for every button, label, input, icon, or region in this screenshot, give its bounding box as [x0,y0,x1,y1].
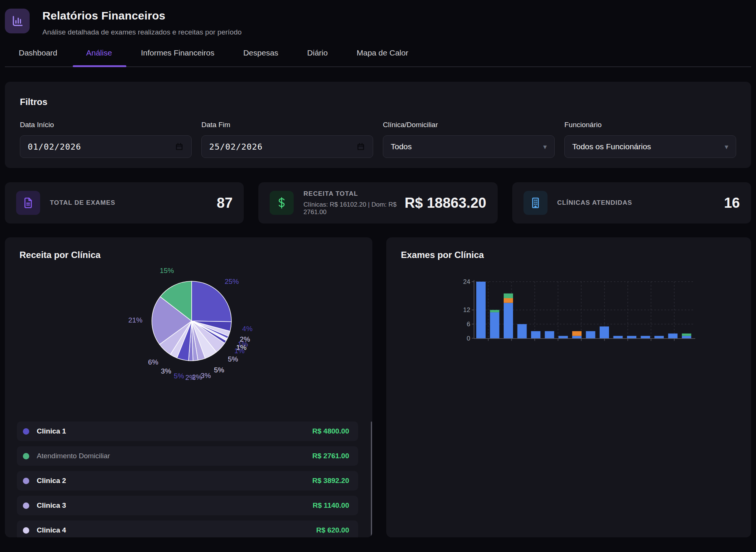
bar-2-exames-domiciliar[interactable] [504,294,513,298]
pie-slice-label: 15% [160,267,174,274]
legend-row-0: Clinica 1R$ 4800.00 [17,422,358,441]
legend-value: R$ 4800.00 [312,427,349,435]
calendar-icon[interactable] [356,142,365,151]
legend-color-dot [23,453,29,459]
stat-label: RECEITA TOTAL [303,190,399,198]
bar-9-exames-clinica[interactable] [600,327,609,339]
filter-label: Data Fim [201,121,373,129]
tab-di-rio[interactable]: Diário [307,48,328,66]
control-value: Todos os Funcionários [572,142,724,151]
pie-slice-label: 25% [225,278,239,285]
pie-slice-label: 2% [185,374,196,381]
stat-value: R$ 18863.20 [405,195,486,211]
legend-value: R$ 2761.00 [312,452,349,460]
stat-card-total-de-exames: TOTAL DE EXAMES87 [5,182,244,224]
bar-5-exames-clinica[interactable] [545,331,554,338]
tab-dashboard[interactable]: Dashboard [19,48,57,66]
filter-group-2: Clínica/DomiciliarTodos▾ [383,121,555,158]
filter-group-0: Data Início01/02/2026 [20,121,192,158]
legend-color-dot [23,478,29,484]
y-axis-label: 24 [463,278,470,285]
legend-name: Clinica 2 [37,477,312,485]
filter-label: Data Início [20,121,192,129]
stat-value: 87 [217,195,232,211]
stat-card-receita-total: RECEITA TOTALClínicas: R$ 16102.20 | Dom… [258,182,497,224]
tab-mapa-de-calor[interactable]: Mapa de Calor [357,48,408,66]
page: Relatórios Financeiros Análise detalhada… [0,0,756,537]
bar-chart-title: Exames por Clínica [386,237,751,260]
tab-an-lise[interactable]: Análise [86,48,112,66]
legend-color-dot [23,502,29,509]
bar-1-exames-clinica[interactable] [490,312,500,338]
stat-text: TOTAL DE EXAMES [50,199,211,207]
date-input-0[interactable]: 01/02/2026 [20,135,192,158]
bar-15-exames-domiciliar[interactable] [682,333,691,336]
legend-row-1: Atendimento DomiciliarR$ 2761.00 [17,446,358,466]
select-3[interactable]: Todos os Funcionários▾ [564,135,736,158]
bar-4-exames-clinica[interactable] [531,331,540,338]
revenue-pie-chart: 25%4%2%1%1%1%5%5%3%2%2%5%3%6%21%15% [5,237,372,421]
stats-row: TOTAL DE EXAMES87RECEITA TOTALClínicas: … [5,182,751,224]
charts-row: Receita por Clínica 25%4%2%1%1%1%5%5%3%2… [5,237,751,537]
filters-grid: Data Início01/02/2026Data Fim25/02/2026C… [20,121,736,158]
bar-10-exames-clinica[interactable] [614,336,623,338]
bar-3-exames-clinica[interactable] [518,324,527,338]
bar-7-exames-clinica[interactable] [572,336,582,338]
page-subtitle: Análise detalhada de exames realizados e… [42,28,242,36]
control-value: Todos [391,142,543,151]
exams-bar-chart: 061224 [386,237,751,395]
legend-name: Clinica 4 [37,526,316,534]
pie-slice-label: 1% [234,347,245,355]
bar-2-exames-extra[interactable] [504,298,513,303]
stat-sub: Clínicas: R$ 16102.20 | Dom: R$ 2761.00 [303,201,399,216]
bar-chart-icon [5,9,30,33]
bar-7-exames-extra[interactable] [572,331,582,336]
filter-group-1: Data Fim25/02/2026 [201,121,373,158]
tab-informes-financeiros[interactable]: Informes Financeiros [141,48,214,66]
pie-slice-label: 21% [128,316,142,324]
legend-name: Clinica 3 [37,501,313,510]
dollar-icon [270,191,294,215]
filters-title: Filtros [20,97,736,107]
legend-color-dot [23,428,29,435]
pie-slice-label: 3% [161,367,171,375]
bar-2-exames-clinica[interactable] [504,303,513,338]
filter-group-3: FuncionárioTodos os Funcionários▾ [564,121,736,158]
document-icon [16,191,40,215]
bar-12-exames-clinica[interactable] [641,336,650,338]
calendar-icon[interactable] [175,142,184,151]
bar-6-exames-clinica[interactable] [558,336,568,338]
pie-chart-title: Receita por Clínica [5,237,372,260]
stat-text: CLÍNICAS ATENDIDAS [557,199,718,207]
stat-label: CLÍNICAS ATENDIDAS [557,199,718,207]
bar-13-exames-clinica[interactable] [654,336,664,338]
legend-value: R$ 1140.00 [313,501,349,510]
tab-despesas[interactable]: Despesas [243,48,278,66]
page-header: Relatórios Financeiros Análise detalhada… [5,9,751,36]
control-value: 25/02/2026 [209,142,356,152]
legend-scrollbar[interactable] [371,422,372,537]
bar-14-exames-clinica[interactable] [668,333,678,338]
stat-card-cl-nicas-atendidas: CLÍNICAS ATENDIDAS16 [512,182,751,224]
pie-slice-label: 4% [242,325,253,333]
stat-value: 16 [724,195,740,211]
tab-bar: DashboardAnáliseInformes FinanceirosDesp… [5,48,751,67]
legend-value: R$ 620.00 [316,526,349,534]
y-axis-label: 12 [463,306,470,314]
bar-0-exames-clinica[interactable] [476,282,486,338]
pie-slice-label: 5% [228,355,238,363]
legend-name: Atendimento Domiciliar [37,452,312,460]
bar-1-exames-domiciliar[interactable] [490,310,500,312]
legend-row-3: Clinica 3R$ 1140.00 [17,496,358,515]
bar-8-exames-clinica[interactable] [586,331,595,338]
filter-label: Clínica/Domiciliar [383,121,555,129]
pie-slice-0[interactable] [192,281,231,322]
legend-value: R$ 3892.20 [312,477,349,485]
exams-by-clinic-card: Exames por Clínica 061224 [386,237,751,537]
stat-label: TOTAL DE EXAMES [50,199,211,207]
y-axis-label: 0 [467,335,470,342]
bar-15-exames-clinica[interactable] [682,336,691,338]
select-2[interactable]: Todos▾ [383,135,555,158]
bar-11-exames-clinica[interactable] [627,336,636,338]
date-input-1[interactable]: 25/02/2026 [201,135,373,158]
